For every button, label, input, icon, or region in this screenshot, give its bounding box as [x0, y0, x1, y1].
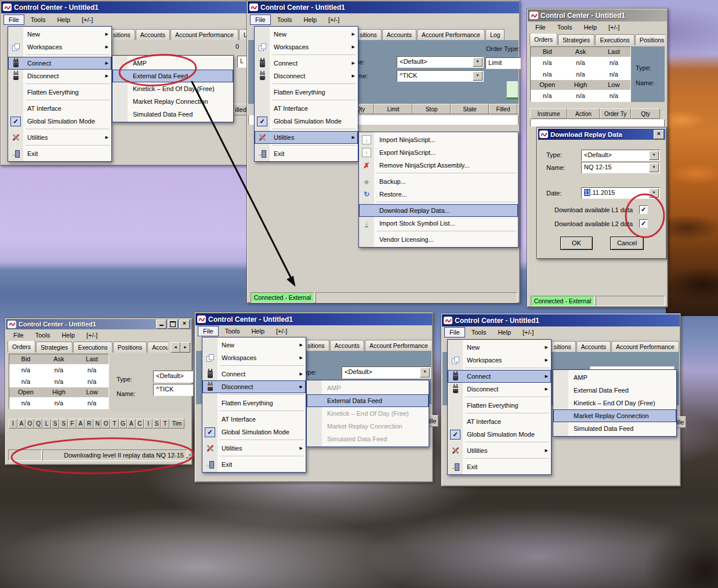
tab-scroll-right-icon[interactable]: ►	[180, 342, 190, 353]
tab-log[interactable]: Log	[485, 29, 505, 40]
menu-item-disconnect[interactable]: Disconnect▶	[202, 380, 306, 393]
menu-item-global-sim[interactable]: ✓Global Simulation Mode	[8, 115, 111, 128]
column-header-limit[interactable]: Limit	[374, 104, 412, 114]
menu-item-disconnect[interactable]: Disconnect▶	[255, 70, 358, 82]
menu-help[interactable]: Help	[246, 326, 270, 336]
dialog-date-combo[interactable]: 11.11.2015▼	[581, 187, 660, 199]
menu-item-global-sim[interactable]: ✓Global Simulation Mode	[255, 115, 358, 128]
column-header[interactable]: I	[9, 419, 17, 429]
submenu-item-backup[interactable]: ◆Backup...	[359, 175, 518, 188]
tab-strategies[interactable]: Strategies	[558, 34, 594, 45]
column-header[interactable]: T	[110, 419, 119, 429]
type-combo[interactable]: <Default>	[153, 371, 193, 383]
minimize-button[interactable]	[156, 320, 166, 329]
menu-tools[interactable]: Tools	[552, 22, 578, 32]
tab-account-performance[interactable]: Account Performance	[417, 29, 485, 40]
tab-accounts[interactable]: Accounts	[147, 342, 168, 353]
dropdown-arrow-icon[interactable]: ▼	[473, 71, 483, 81]
menu-item-workspaces[interactable]: Workspaces▶	[448, 354, 551, 366]
submenu-item-market-replay[interactable]: Market Replay Connection	[307, 420, 429, 433]
column-header-avg[interactable]: Avg F	[517, 104, 518, 114]
cancel-button[interactable]: Cancel	[610, 237, 644, 250]
tab-positions[interactable]: Positions	[635, 34, 665, 45]
tab-positions-partial[interactable]: sitions	[355, 29, 382, 40]
title-bar[interactable]: Control Center - Untitled1	[528, 9, 667, 21]
column-header-time[interactable]: Tim	[169, 419, 184, 429]
submenu-item-amp[interactable]: AMP	[307, 382, 429, 394]
submenu-item-market-replay[interactable]: Market Replay Connection	[113, 95, 233, 108]
menu-item-new[interactable]: New▶	[202, 339, 306, 351]
column-header[interactable]: T	[161, 419, 169, 429]
type-combo[interactable]: <Default>▼	[397, 56, 484, 68]
menu-item-workspaces[interactable]: Workspaces▶	[255, 41, 358, 53]
tab-accounts[interactable]: Accounts	[382, 29, 416, 40]
column-header[interactable]: S	[59, 419, 68, 429]
tab-accounts[interactable]: Accounts	[136, 29, 170, 40]
column-header[interactable]: A	[127, 419, 136, 429]
column-header[interactable]: O	[101, 419, 110, 429]
dialog-name-combo[interactable]: NQ 12-15▼	[581, 162, 660, 173]
menu-plus-minus[interactable]: [+/-]	[603, 22, 625, 32]
menu-file[interactable]: File	[3, 14, 24, 25]
menu-item-global-sim[interactable]: ✓Global Simulation Mode	[202, 426, 306, 438]
column-header[interactable]: C	[136, 419, 144, 429]
menu-item-new[interactable]: New▶	[255, 28, 358, 41]
column-header-instrument[interactable]: Instrume	[530, 108, 567, 119]
column-header-qty[interactable]: Qty	[631, 108, 660, 119]
tab-positions[interactable]: Positions	[113, 342, 147, 353]
menu-file[interactable]: File	[530, 22, 551, 32]
menu-item-flatten[interactable]: Flatten Everything	[202, 397, 306, 409]
title-bar[interactable]: Control Center - Untitled1	[1, 1, 248, 13]
submenu-item-export-ninjascript[interactable]: ↑Export NinjaScript...	[359, 146, 518, 159]
submenu-item-amp[interactable]: AMP	[553, 371, 676, 384]
title-bar[interactable]: Control Center - Untitled1	[195, 313, 432, 325]
l2-checkbox[interactable]: ✓	[639, 219, 648, 228]
tab-scroll-left-icon[interactable]: ◄	[171, 342, 180, 353]
menu-plus-minus[interactable]: [+/-]	[271, 326, 292, 336]
dropdown-arrow-icon[interactable]: ▼	[473, 57, 483, 67]
name-combo[interactable]: ^TICK▼	[397, 70, 484, 82]
submenu-item-kinetick[interactable]: Kinetick – End Of Day (Free)	[113, 82, 233, 95]
menu-item-flatten[interactable]: Flatten Everything	[8, 86, 111, 99]
menu-item-utilities[interactable]: Utilities▶	[255, 131, 358, 144]
menu-file[interactable]: File	[8, 330, 29, 340]
tab-accounts[interactable]: Accounts	[330, 340, 364, 351]
menu-item-global-sim[interactable]: ✓Global Simulation Mode	[448, 428, 551, 441]
submenu-item-import-ninjascript[interactable]: ↓Import NinjaScript...	[359, 133, 518, 146]
menu-item-exit[interactable]: →Exit	[255, 147, 358, 160]
menu-item-at-interface[interactable]: AT Interface	[255, 102, 358, 115]
dropdown-arrow-icon[interactable]: ▼	[649, 188, 659, 198]
menu-item-connect[interactable]: Connect▶	[448, 370, 551, 383]
menu-item-exit[interactable]: →Exit	[448, 460, 551, 473]
close-button[interactable]: ×	[179, 320, 190, 329]
menu-item-disconnect[interactable]: Disconnect▶	[448, 383, 551, 395]
tab-accounts[interactable]: Accounts	[576, 341, 611, 352]
menu-item-at-interface[interactable]: AT Interface	[448, 415, 551, 428]
dialog-title-bar[interactable]: Download Replay Data ×	[538, 129, 665, 140]
tab-account-performance[interactable]: Account Performance	[365, 340, 431, 351]
menu-item-exit[interactable]: →Exit	[202, 458, 306, 471]
dropdown-arrow-icon[interactable]: ▼	[649, 163, 659, 172]
column-header[interactable]: F	[68, 419, 77, 429]
menu-tools[interactable]: Tools	[26, 14, 51, 25]
tab-account-performance[interactable]: Account Performance	[611, 341, 679, 352]
submenu-item-amp[interactable]: AMP	[113, 57, 233, 70]
column-header[interactable]: G	[119, 419, 128, 429]
dialog-type-combo[interactable]: <Default>▼	[581, 150, 660, 161]
menu-item-at-interface[interactable]: AT Interface	[8, 102, 111, 115]
submenu-item-vendor-licensing[interactable]: Vendor Licensing...	[359, 233, 518, 246]
menu-file[interactable]: File	[198, 326, 219, 336]
column-header[interactable]: L	[42, 419, 51, 429]
menu-item-new[interactable]: New▶	[8, 28, 111, 41]
submenu-item-kinetick[interactable]: Kinetick – End Of Day (Free)	[553, 397, 676, 409]
menu-item-utilities[interactable]: Utilities▶	[202, 442, 306, 455]
menu-item-workspaces[interactable]: Workspaces▶	[8, 41, 111, 53]
menu-file[interactable]: File	[250, 14, 271, 25]
column-header[interactable]: Q	[34, 419, 43, 429]
menu-help[interactable]: Help	[298, 14, 322, 25]
menu-file[interactable]: File	[444, 327, 465, 337]
column-header[interactable]: S	[153, 419, 161, 429]
menu-item-flatten[interactable]: Flatten Everything	[448, 399, 551, 412]
menu-item-utilities[interactable]: Utilities▶	[8, 131, 111, 144]
submenu-item-download-replay-data[interactable]: Download Replay Data...	[359, 204, 518, 217]
